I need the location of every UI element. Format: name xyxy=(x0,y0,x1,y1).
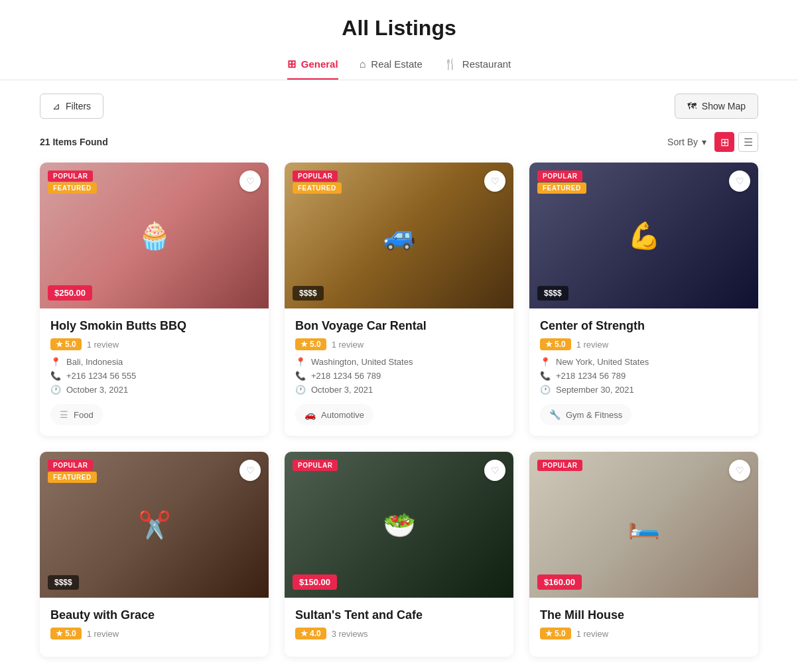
results-count-container: 21 Items Found xyxy=(40,137,108,147)
clock-icon: 🕐 xyxy=(295,385,306,395)
review-count: 1 review xyxy=(87,629,119,639)
rating-value: 5.0 xyxy=(65,629,76,638)
clock-icon: 🕐 xyxy=(540,385,551,395)
review-count: 1 review xyxy=(87,340,119,350)
rating-value: 5.0 xyxy=(555,629,566,638)
phone-icon: 📞 xyxy=(50,371,61,381)
category-tag: ☰ Food xyxy=(50,404,103,425)
price-badge: $160.00 xyxy=(537,574,582,590)
card-body: Center of Strength ★ 5.0 1 review 📍 New … xyxy=(529,308,758,436)
tab-real-estate[interactable]: ⌂ Real Estate xyxy=(360,51,423,80)
location-icon: 📍 xyxy=(540,357,551,367)
wishlist-button[interactable]: ♡ xyxy=(484,170,505,192)
card-image: 🚙 POPULAR FEATURED ♡ $$$$ xyxy=(285,163,513,308)
listing-card: 🧁 POPULAR FEATURED ♡ $250.00 Holy Smokin… xyxy=(40,163,269,436)
card-rating: ★ 5.0 1 review xyxy=(540,628,748,639)
rating-badge: ★ 5.0 xyxy=(50,628,82,639)
list-view-button[interactable]: ☰ xyxy=(738,132,758,152)
results-number: 21 xyxy=(40,137,50,147)
card-image: 🧁 POPULAR FEATURED ♡ $250.00 xyxy=(40,163,269,308)
phone-item: 📞 +218 1234 56 789 xyxy=(295,371,503,381)
grid-view-button[interactable]: ⊞ xyxy=(714,132,734,152)
chevron-down-icon: ▾ xyxy=(702,137,706,147)
category-tag: 🔧 Gym & Fitness xyxy=(540,404,632,425)
featured-badge: FEATURED xyxy=(293,182,342,194)
map-icon: 🗺 xyxy=(687,101,697,111)
location-text: Washington, United States xyxy=(311,357,413,367)
card-body: Holy Smokin Butts BBQ ★ 5.0 1 review 📍 B… xyxy=(40,308,269,436)
star-icon: ★ xyxy=(56,340,63,349)
wishlist-button[interactable]: ♡ xyxy=(239,460,261,481)
date-text: October 3, 2021 xyxy=(66,385,128,395)
location-item: 📍 New York, United States xyxy=(540,357,748,367)
card-title: Bon Voyage Car Rental xyxy=(295,319,503,333)
phone-text: +216 1234 56 555 xyxy=(66,371,136,381)
star-icon: ★ xyxy=(300,629,308,638)
location-item: 📍 Washington, United States xyxy=(295,357,503,367)
card-rating: ★ 5.0 1 review xyxy=(50,628,258,639)
star-icon: ★ xyxy=(545,340,553,349)
card-rating: ★ 5.0 1 review xyxy=(50,338,258,350)
rating-badge: ★ 4.0 xyxy=(295,628,326,639)
card-meta: 📍 Bali, Indonesia 📞 +216 1234 56 555 🕐 O… xyxy=(50,357,258,395)
page-header: All Listings xyxy=(0,0,798,40)
rating-badge: ★ 5.0 xyxy=(295,338,326,350)
card-image: 💪 POPULAR FEATURED ♡ $$$$ xyxy=(529,163,758,308)
popular-badge: POPULAR xyxy=(537,460,582,471)
filters-button[interactable]: ⊿ Filters xyxy=(40,94,103,119)
price-badge: $250.00 xyxy=(48,285,92,301)
rating-badge: ★ 5.0 xyxy=(540,628,571,639)
general-icon: ⊞ xyxy=(287,58,296,70)
phone-icon: 📞 xyxy=(295,371,306,381)
location-icon: 📍 xyxy=(50,357,61,367)
tab-restaurant[interactable]: 🍴 Restaurant xyxy=(444,51,511,80)
location-text: New York, United States xyxy=(556,357,649,367)
category-label: Food xyxy=(74,410,94,420)
page-title: All Listings xyxy=(0,16,798,40)
listing-card: 🛏️ POPULAR ♡ $160.00 The Mill House ★ 5.… xyxy=(529,452,758,657)
category-tag: 🚗 Automotive xyxy=(295,404,373,425)
wishlist-button[interactable]: ♡ xyxy=(729,170,750,192)
wishlist-button[interactable]: ♡ xyxy=(239,170,261,192)
show-map-button[interactable]: 🗺 Show Map xyxy=(675,94,758,119)
clock-icon: 🕐 xyxy=(50,385,61,395)
card-image: 🛏️ POPULAR ♡ $160.00 xyxy=(529,452,758,598)
price-badge: $150.00 xyxy=(293,574,337,590)
featured-badge: FEATURED xyxy=(537,182,586,194)
price-level-badge: $$$$ xyxy=(293,286,324,301)
phone-item: 📞 +218 1234 56 789 xyxy=(540,371,748,381)
card-title: Sultan's Tent and Cafe xyxy=(295,608,503,622)
tab-real-estate-label: Real Estate xyxy=(371,58,423,70)
review-count: 1 review xyxy=(332,340,364,350)
filter-icon: ⊿ xyxy=(52,101,60,111)
category-icon: ☰ xyxy=(60,409,68,420)
location-item: 📍 Bali, Indonesia xyxy=(50,357,258,367)
category-label: Automotive xyxy=(321,410,364,420)
date-text: September 30, 2021 xyxy=(556,385,634,395)
card-rating: ★ 5.0 1 review xyxy=(540,338,748,350)
sort-by-label: Sort By xyxy=(667,137,698,147)
real-estate-icon: ⌂ xyxy=(360,58,366,70)
toolbar: ⊿ Filters 🗺 Show Map xyxy=(0,80,798,132)
popular-badge: POPULAR xyxy=(537,170,582,182)
location-icon: 📍 xyxy=(295,357,306,367)
card-body: Sultan's Tent and Cafe ★ 4.0 3 reviews xyxy=(285,598,513,657)
review-count: 3 reviews xyxy=(332,629,368,639)
phone-icon: 📞 xyxy=(540,371,551,381)
tab-general-label: General xyxy=(301,58,338,70)
featured-badge: FEATURED xyxy=(48,182,97,194)
rating-badge: ★ 5.0 xyxy=(50,338,82,350)
rating-badge: ★ 5.0 xyxy=(540,338,571,350)
wishlist-button[interactable]: ♡ xyxy=(729,460,750,481)
card-rating: ★ 4.0 3 reviews xyxy=(295,628,503,639)
wishlist-button[interactable]: ♡ xyxy=(484,460,505,481)
tab-general[interactable]: ⊞ General xyxy=(287,51,338,80)
date-item: 🕐 September 30, 2021 xyxy=(540,385,748,395)
card-body: The Mill House ★ 5.0 1 review xyxy=(529,598,758,657)
popular-badge: POPULAR xyxy=(48,460,93,471)
phone-text: +218 1234 56 789 xyxy=(556,371,626,381)
sort-by-dropdown[interactable]: Sort By ▾ xyxy=(667,137,706,147)
date-text: October 3, 2021 xyxy=(311,385,373,395)
location-text: Bali, Indonesia xyxy=(66,357,123,367)
show-map-label: Show Map xyxy=(702,101,746,111)
